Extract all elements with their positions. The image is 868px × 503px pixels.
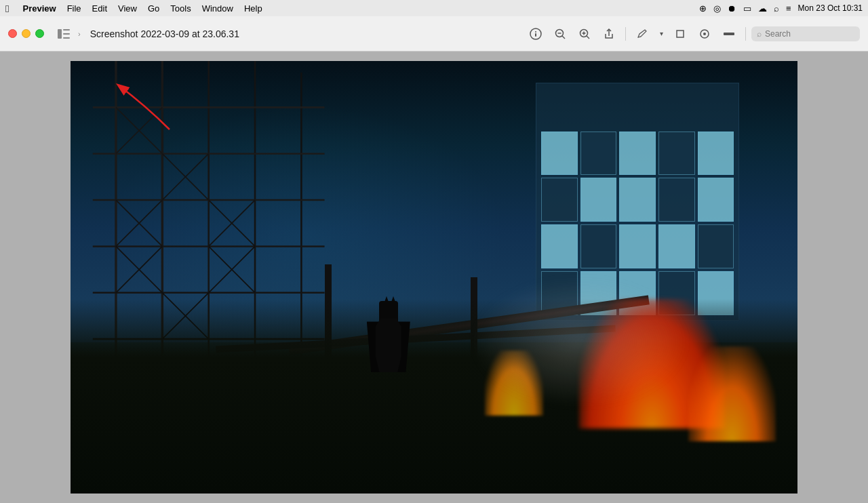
menubar-extension1-icon[interactable]: ⊕ [699, 3, 707, 14]
menubar-control-center-icon[interactable]: ≡ [786, 3, 791, 14]
toolbar-separator-2 [745, 27, 746, 41]
traffic-lights [8, 29, 44, 38]
menubar-right: ⊕ ◎ ⏺ ▭ ☁ ⌕ ≡ Mon 23 Oct 10:31 [699, 3, 863, 14]
crop-button[interactable] [669, 24, 691, 43]
batman-silhouette [361, 284, 416, 372]
window-3 [619, 132, 656, 176]
menubar-edit[interactable]: Edit [87, 3, 113, 14]
menubar-file[interactable]: File [62, 3, 87, 14]
menubar-search-icon[interactable]: ⌕ [774, 3, 779, 14]
svg-rect-6 [535, 33, 536, 37]
menubar-view[interactable]: View [113, 3, 142, 14]
window-9 [658, 178, 695, 222]
svg-rect-3 [63, 37, 70, 39]
svg-rect-18 [724, 33, 734, 35]
search-input[interactable] [765, 29, 854, 39]
menubar-app-name[interactable]: Preview [17, 3, 61, 14]
markup-button[interactable] [631, 24, 653, 43]
svg-rect-0 [58, 29, 62, 39]
window-10 [698, 178, 734, 222]
window-8 [619, 178, 656, 222]
window-13 [619, 224, 656, 268]
window-11 [541, 224, 578, 268]
window-6 [541, 178, 578, 222]
adjust-button[interactable] [694, 24, 715, 43]
menubar-tools[interactable]: Tools [165, 3, 196, 14]
menubar-extension2-icon[interactable]: ◎ [713, 3, 721, 14]
svg-point-5 [535, 31, 536, 33]
zoom-out-button[interactable] [549, 24, 571, 43]
search-magnifier-icon: ⌕ [757, 29, 762, 39]
scene-bg [71, 61, 797, 494]
sidebar-toggle-button[interactable] [54, 26, 74, 42]
toolbar: › Screenshot 2022-03-09 at 23.06.31 [0, 16, 868, 52]
toolbar-title: Screenshot 2022-03-09 at 23.06.31 [90, 28, 521, 39]
svg-line-13 [587, 36, 589, 39]
zoom-in-button[interactable] [574, 24, 595, 43]
menubar-battery-icon[interactable]: ▭ [743, 3, 751, 14]
window-4 [658, 132, 695, 176]
search-box[interactable]: ⌕ [751, 26, 860, 41]
svg-rect-2 [63, 33, 70, 35]
window-1 [541, 132, 578, 176]
window-2 [580, 132, 617, 176]
menubar-help[interactable]: Help [239, 3, 268, 14]
svg-rect-1 [63, 29, 70, 31]
content-area [0, 52, 868, 503]
smoke-mist [471, 277, 689, 407]
menubar-record-icon[interactable]: ⏺ [728, 3, 736, 14]
batman-body [376, 318, 401, 372]
fullscreen-button[interactable] [35, 29, 44, 38]
apple-menu[interactable]:  [5, 3, 9, 14]
menubar-wifi-icon[interactable]: ☁ [758, 3, 767, 14]
menubar-datetime: Mon 23 Oct 10:31 [798, 3, 863, 13]
share-button[interactable] [598, 24, 620, 43]
minimize-button[interactable] [22, 29, 31, 38]
preview-image [71, 61, 797, 494]
window-15 [698, 224, 734, 268]
svg-point-17 [703, 33, 706, 35]
redact-button[interactable] [718, 24, 740, 43]
window-14 [658, 224, 695, 268]
info-button[interactable] [525, 24, 547, 43]
svg-rect-15 [677, 31, 684, 37]
toolbar-separator-1 [625, 27, 626, 41]
fire-right-small [688, 346, 776, 441]
window-5 [698, 132, 734, 176]
window-7 [580, 178, 617, 222]
close-button[interactable] [8, 29, 17, 38]
markup-chevron-button[interactable]: ▾ [656, 24, 667, 43]
window-12 [580, 224, 617, 268]
menubar-go[interactable]: Go [142, 3, 165, 14]
toolbar-actions: ▾ ⌕ [525, 24, 860, 43]
svg-line-9 [562, 36, 565, 39]
toolbar-chevron-icon[interactable]: › [78, 30, 81, 38]
menubar:  Preview File Edit View Go Tools Window… [0, 0, 868, 16]
menubar-window[interactable]: Window [197, 3, 239, 14]
